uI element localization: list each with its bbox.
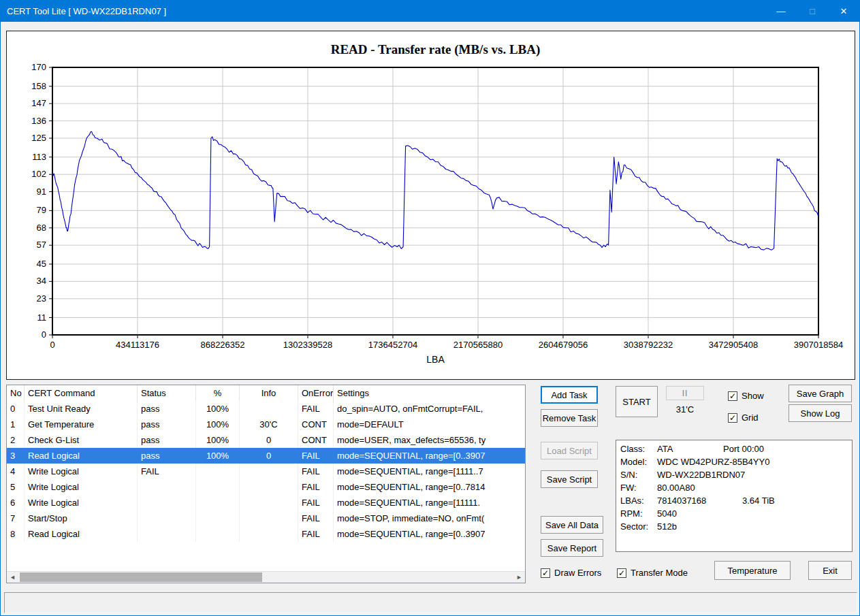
device-info-label: FW:: [620, 481, 657, 494]
table-cell: [196, 526, 240, 542]
device-info-label: Sector:: [620, 520, 657, 533]
device-info-label: RPM:: [620, 507, 657, 520]
remove-task-button[interactable]: Remove Task: [541, 409, 598, 427]
table-cell: 5: [7, 479, 25, 495]
svg-text:1736452704: 1736452704: [368, 340, 417, 350]
svg-text:0: 0: [42, 329, 46, 340]
table-cell: 0: [7, 401, 25, 417]
svg-text:868226352: 868226352: [200, 340, 244, 350]
column-header-status[interactable]: Status: [138, 385, 196, 401]
checkbox-label: Transfer Mode: [631, 568, 688, 578]
save-script-button[interactable]: Save Script: [541, 470, 598, 488]
table-cell: FAIL: [298, 448, 334, 464]
minimize-icon[interactable]: —: [765, 1, 797, 22]
chart-panel: 0112334455768799110211312513614715817004…: [6, 31, 855, 380]
table-cell: 100%: [196, 448, 240, 464]
device-info-value: WD-WX22DB1RDN07: [657, 468, 745, 481]
device-info-label: LBAs:: [620, 494, 657, 507]
save-report-button[interactable]: Save Report: [541, 539, 603, 557]
load-script-button[interactable]: Load Script: [541, 442, 598, 459]
exit-button[interactable]: Exit: [808, 561, 852, 580]
pause-button[interactable]: II: [666, 386, 704, 400]
table-row[interactable]: 7Start/StopFAILmode=STOP, immediate=NO, …: [7, 510, 525, 526]
scroll-right-icon[interactable]: ►: [513, 572, 525, 583]
column-header-settings[interactable]: Settings: [334, 385, 526, 401]
checkbox-check-icon: ✓: [728, 391, 737, 401]
table-row[interactable]: 0Test Unit Readypass100%FAILdo_spin=AUTO…: [7, 401, 525, 417]
device-info-value: ATA: [657, 442, 723, 455]
horizontal-scrollbar[interactable]: ◄ ►: [7, 571, 525, 583]
table-row[interactable]: 1Get Temperaturepass100%30'CCONTmode=DEF…: [7, 417, 525, 432]
scroll-left-icon[interactable]: ◄: [7, 572, 18, 583]
show-log-button[interactable]: Show Log: [789, 404, 852, 422]
checkbox-label: Show: [742, 391, 764, 401]
title-bar: CERT Tool Lite [ WD-WX22DB1RDN07 ] — □ ✕: [1, 1, 859, 22]
table-cell: Write Logical: [25, 464, 138, 479]
device-info-extra: 3.64 TiB: [742, 494, 775, 507]
transfer-mode-checkbox[interactable]: ✓ Transfer Mode: [617, 568, 688, 578]
save-graph-button[interactable]: Save Graph: [789, 385, 852, 402]
table-cell: [138, 510, 196, 526]
device-info-value: WDC WD42PURZ-85B4YY0: [657, 455, 769, 468]
table-cell: 7: [7, 510, 25, 526]
device-info-label: S/N:: [620, 468, 657, 481]
device-info-label: Model:: [620, 455, 657, 468]
table-cell: mode=SEQUENTIAL, range=[11111.: [334, 495, 525, 510]
table-row[interactable]: 4Write LogicalFAILFAILmode=SEQUENTIAL, r…: [7, 464, 525, 479]
table-cell: 0: [240, 448, 298, 464]
close-icon[interactable]: ✕: [828, 1, 859, 22]
table-cell: Read Logical: [25, 526, 138, 542]
checkbox-check-icon: ✓: [541, 568, 550, 578]
checkbox-label: Grid: [742, 412, 759, 423]
column-header-cert-command[interactable]: CERT Command: [25, 385, 138, 401]
table-cell: pass: [138, 432, 196, 448]
add-task-button[interactable]: Add Task: [541, 386, 598, 404]
table-row[interactable]: 6Write LogicalFAILmode=SEQUENTIAL, range…: [7, 495, 525, 510]
svg-text:68: 68: [37, 223, 46, 233]
maximize-icon[interactable]: □: [797, 1, 828, 22]
svg-text:102: 102: [31, 169, 46, 179]
column-header--[interactable]: %: [196, 385, 240, 401]
show-checkbox[interactable]: ✓ Show: [728, 391, 764, 401]
table-cell: CONT: [298, 432, 334, 448]
device-info-row: Model:WDC WD42PURZ-85B4YY0: [620, 455, 848, 468]
task-table: NoCERT CommandStatus%InfoOnErrorSettings…: [6, 385, 526, 583]
device-info-value: 80.00A80: [657, 481, 695, 494]
temperature-button[interactable]: Temperature: [714, 561, 791, 580]
table-row[interactable]: 5Write LogicalFAILmode=SEQUENTIAL, range…: [7, 479, 525, 495]
draw-errors-checkbox[interactable]: ✓ Draw Errors: [541, 568, 601, 578]
svg-text:34: 34: [37, 276, 46, 286]
svg-text:0: 0: [50, 340, 54, 350]
table-cell: pass: [138, 417, 196, 432]
table-row[interactable]: 8Read LogicalFAILmode=SEQUENTIAL, range=…: [7, 526, 525, 542]
svg-text:11: 11: [37, 312, 47, 323]
table-cell: do_spin=AUTO, onFmtCorrupt=FAIL,: [334, 401, 525, 417]
table-cell: 1: [7, 417, 25, 432]
table-cell: Check G-List: [25, 432, 138, 448]
table-cell: FAIL: [298, 479, 334, 495]
device-info-row: FW:80.00A80: [620, 481, 848, 494]
table-row[interactable]: 2Check G-Listpass100%0CONTmode=USER, max…: [7, 432, 525, 448]
table-cell: 6: [7, 495, 25, 510]
table-cell: 0: [240, 432, 298, 448]
table-cell: FAIL: [298, 526, 334, 542]
device-info-row: Class:ATAPort 00:00: [620, 442, 848, 455]
save-all-data-button[interactable]: Save All Data: [541, 516, 603, 534]
svg-text:2604679056: 2604679056: [539, 340, 588, 350]
table-cell: [240, 510, 298, 526]
table-cell: 8: [7, 526, 25, 542]
column-header-onerror[interactable]: OnError: [298, 385, 334, 401]
column-header-info[interactable]: Info: [240, 385, 298, 401]
column-header-no[interactable]: No: [7, 385, 25, 401]
device-info-label: Class:: [620, 442, 657, 455]
svg-text:3907018584: 3907018584: [794, 340, 843, 350]
scrollbar-thumb[interactable]: [20, 572, 262, 582]
window-title: CERT Tool Lite [ WD-WX22DB1RDN07 ]: [1, 6, 166, 16]
window-controls: — □ ✕: [765, 1, 859, 22]
svg-text:158: 158: [31, 81, 46, 91]
device-info-value: 7814037168: [657, 494, 742, 507]
start-button[interactable]: START: [616, 386, 658, 417]
grid-checkbox[interactable]: ✓ Grid: [728, 412, 759, 423]
table-row[interactable]: 3Read Logicalpass100%0FAILmode=SEQUENTIA…: [7, 448, 525, 464]
scrollbar-track[interactable]: [18, 572, 513, 583]
